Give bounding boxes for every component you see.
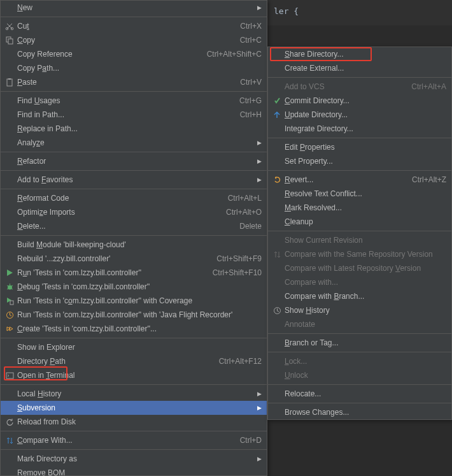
menu-item-share-directory[interactable]: Share Directory... [268,47,451,61]
menu-item-show-history[interactable]: Show History [268,303,451,317]
menu-item-copy[interactable]: Copy Ctrl+C [1,33,267,47]
blank-icon [271,142,283,152]
menu-item-create-external[interactable]: Create External... [268,61,451,75]
blank-icon [271,370,283,380]
separator [268,138,451,138]
blank-icon [271,63,283,73]
blank-icon [271,203,283,213]
svg-line-10 [7,289,8,289]
blank-icon [3,389,16,399]
menu-item-revert[interactable]: Revert... Ctrl+Alt+Z [268,173,451,187]
update-icon [271,110,283,120]
run-icon [3,268,16,278]
menu-item-sub-compare-with: Compare with... [268,275,451,289]
menu-item-cleanup[interactable]: Cleanup [268,215,451,229]
menu-item-browse-changes[interactable]: Browse Changes... [268,405,451,419]
svg-rect-4 [7,79,12,86]
menu-item-paste[interactable]: Paste Ctrl+V [1,75,267,89]
menu-item-integrate-directory[interactable]: Integrate Directory... [268,122,451,136]
menu-item-debug-tests[interactable]: Debug 'Tests in 'com.lzzy.bill.controlle… [1,280,267,294]
menu-item-create-tests[interactable]: Create 'Tests in 'com.lzzy.bill.controll… [1,322,267,336]
menu-item-copy-reference[interactable]: Copy Reference Ctrl+Alt+Shift+C [1,47,267,61]
menu-item-unlock: Unlock [268,368,451,382]
menu-item-lock: Lock... [268,354,451,368]
revert-icon [271,175,283,185]
menu-item-add-to-favorites[interactable]: Add to Favorites ▶ [1,173,267,187]
menu-item-mark-directory-as[interactable]: Mark Directory as ▶ [1,452,267,466]
profiler-icon [3,310,16,320]
menu-item-commit-directory[interactable]: Commit Directory... [268,94,451,108]
scissors-icon [3,21,16,31]
blank-icon [271,235,283,245]
menu-item-rebuild[interactable]: Rebuild '...zzy.bill.controller' Ctrl+Sh… [1,252,267,266]
menu-item-open-in-terminal[interactable]: Open in Terminal [1,368,267,382]
menu-item-find-usages[interactable]: Find Usages Ctrl+G [1,94,267,108]
blank-icon [3,254,16,264]
blank-icon [271,156,283,166]
menu-item-copy-path[interactable]: Copy Path... [1,61,267,75]
menu-item-resolve-conflict[interactable]: Resolve Text Conflict... [268,187,451,201]
chevron-right-icon: ▶ [255,405,262,411]
history-icon [271,305,283,315]
menu-item-run-jfr[interactable]: Run 'Tests in 'com.lzzy.bill.controller'… [1,308,267,322]
menu-item-update-directory[interactable]: Update Directory... [268,108,451,122]
separator [1,17,267,17]
svg-rect-16 [6,373,13,379]
menu-item-set-property[interactable]: Set Property... [268,154,451,168]
menu-item-subversion[interactable]: Subversion ▶ [1,401,267,415]
menu-item-optimize-imports[interactable]: Optimize Imports Ctrl+Alt+O [1,205,267,219]
menu-item-run-tests[interactable]: Run 'Tests in 'com.lzzy.bill.controller'… [1,266,267,280]
blank-icon [3,193,16,203]
menu-item-build-module[interactable]: Build Module 'bill-keeping-cloud' [1,238,267,252]
menu-item-new[interactable]: New ▶ [1,1,267,15]
menu-item-add-to-vcs: Add to VCS Ctrl+Alt+A [268,80,451,94]
menu-item-branch-or-tag[interactable]: Branch or Tag... [268,336,451,350]
blank-icon [3,403,16,413]
menu-item-delete[interactable]: Delete... Delete [1,219,267,233]
menu-item-mark-resolved[interactable]: Mark Resolved... [268,201,451,215]
blank-icon [3,342,16,352]
separator [1,384,267,385]
blank-icon [271,277,283,287]
separator [1,170,267,171]
blank-icon [3,138,16,148]
menu-item-edit-properties[interactable]: Edit Properties [268,140,451,154]
menu-item-relocate[interactable]: Relocate... [268,387,451,401]
separator [268,352,451,352]
separator [268,403,451,403]
menu-item-reformat-code[interactable]: Reformat Code Ctrl+Alt+L [1,191,267,205]
separator [1,235,267,236]
blank-icon [271,389,283,399]
blank-icon [271,49,283,59]
menu-item-run-coverage[interactable]: Run 'Tests in 'com.lzzy.bill.controller'… [1,294,267,308]
separator [268,333,451,334]
blank-icon [3,124,16,134]
menu-item-refactor[interactable]: Refactor ▶ [1,154,267,168]
menu-item-find-in-path[interactable]: Find in Path... Ctrl+H [1,108,267,122]
menu-item-remove-bom[interactable]: Remove BOM [1,466,267,476]
menu-item-local-history[interactable]: Local History ▶ [1,387,267,401]
menu-item-show-in-explorer[interactable]: Show in Explorer [1,340,267,354]
svg-line-8 [7,285,8,286]
menu-item-analyze[interactable]: Analyze ▶ [1,136,267,150]
svg-line-15 [10,315,11,316]
copy-icon [3,35,16,45]
menu-item-cut[interactable]: Cut Ctrl+X [1,19,267,33]
separator [268,231,451,231]
blank-icon [3,175,16,185]
menu-item-reload-from-disk[interactable]: Reload from Disk [1,415,267,429]
chevron-right-icon: ▶ [255,456,262,462]
run-coverage-icon [3,296,16,306]
chevron-right-icon: ▶ [255,177,262,183]
blank-icon [271,356,283,366]
menu-item-annotate: Annotate [268,317,451,331]
separator [1,189,267,189]
blank-icon [3,156,16,166]
menu-item-compare-with[interactable]: Compare With... Ctrl+D [1,433,267,447]
menu-item-compare-branch[interactable]: Compare with Branch... [268,289,451,303]
context-menu: New ▶ Cut Ctrl+X Copy Ctrl+C Copy Refere… [0,0,267,476]
menu-item-replace-in-path[interactable]: Replace in Path... [1,122,267,136]
diff-icon [271,249,283,259]
menu-item-directory-path[interactable]: Directory Path Ctrl+Alt+F12 [1,354,267,368]
chevron-right-icon: ▶ [255,391,262,397]
